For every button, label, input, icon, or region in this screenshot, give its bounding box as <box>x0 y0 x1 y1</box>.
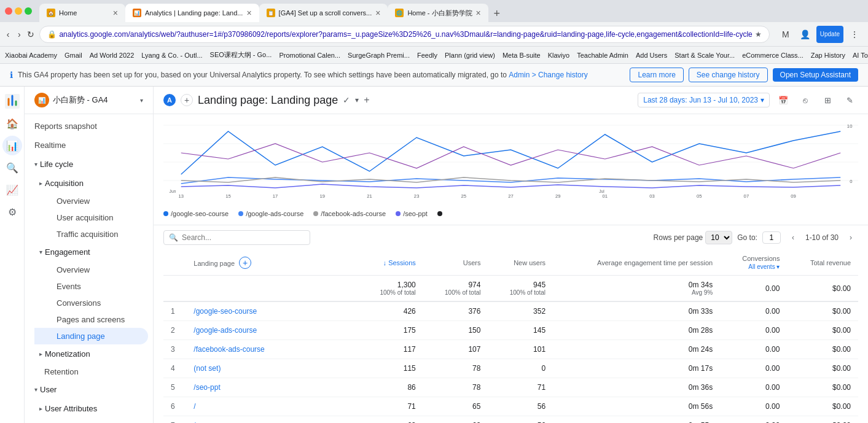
add-column-button[interactable]: + <box>239 257 251 269</box>
calendar-view-button[interactable]: 📅 <box>775 91 792 109</box>
bookmark-ecommerce[interactable]: eCommerce Class... <box>742 52 803 59</box>
row-page[interactable]: /google-ads-course <box>186 321 358 340</box>
tab-home[interactable]: 🏠 Home × <box>39 4 125 22</box>
bookmark-lyang[interactable]: Lyang & Co. - Outl... <box>141 52 202 59</box>
legend-item-ppt[interactable]: /seo-ppt <box>396 210 428 217</box>
reports-icon[interactable]: 📊 <box>2 136 22 155</box>
col-landing-page[interactable]: Landing page + <box>186 250 358 276</box>
back-button[interactable]: ‹ <box>5 26 11 43</box>
nav-acquisition-header[interactable]: ▸ Acquisition <box>34 174 153 193</box>
extensions-button[interactable]: M <box>777 26 794 43</box>
row-page[interactable]: /facebook-ads-course <box>186 340 358 359</box>
bookmark-ai[interactable]: AI Tools <box>853 52 868 59</box>
prev-page-button[interactable]: ‹ <box>786 230 800 245</box>
legend-item-ads[interactable]: /google-ads-course <box>238 210 303 217</box>
bookmark-teachable[interactable]: Teachable Admin <box>577 52 628 59</box>
bookmark-gmail[interactable]: Gmail <box>65 52 82 59</box>
rows-per-page-select[interactable]: 10 25 50 <box>705 231 732 244</box>
row-page[interactable]: /google-seo-course <box>186 301 358 321</box>
bookmark-zap[interactable]: Zap History <box>811 52 845 59</box>
tab-ga4-close[interactable]: × <box>375 8 380 18</box>
bookmark-klaviyo[interactable]: Klaviyo <box>548 52 569 59</box>
learn-more-button[interactable]: Learn more <box>630 68 683 82</box>
see-change-history-button[interactable]: See change history <box>689 68 768 82</box>
home-icon[interactable]: 🏠 <box>2 114 22 133</box>
tab-analytics[interactable]: 📊 Analytics | Landing page: Land... × <box>125 4 259 22</box>
nav-overview-engagement[interactable]: Overview <box>34 262 148 278</box>
title-settings-icon[interactable]: ✓ <box>343 95 350 105</box>
more-button[interactable]: ⋮ <box>846 26 863 43</box>
add-segment-button[interactable]: + <box>181 94 193 106</box>
bookmark-startscale[interactable]: Start & Scale Your... <box>674 52 735 59</box>
col-users[interactable]: Users <box>423 250 488 276</box>
tab-home-close[interactable]: × <box>113 8 118 18</box>
add-chart-icon[interactable]: + <box>364 95 369 106</box>
nav-monetization-header[interactable]: ▸ Monetization <box>34 344 153 363</box>
reload-button[interactable]: ↻ <box>27 26 34 43</box>
bookmark-adworld[interactable]: Ad World 2022 <box>90 52 135 59</box>
configure-icon[interactable]: ⚙ <box>2 202 22 222</box>
bookmark-xiaobai[interactable]: Xiaobai Academy <box>5 52 57 59</box>
nav-pages-screens[interactable]: Pages and screens <box>34 311 148 328</box>
col-sessions[interactable]: ↓ Sessions <box>358 250 423 276</box>
goto-input[interactable] <box>762 231 781 244</box>
bookmark-addusers[interactable]: Add Users <box>636 52 667 59</box>
forward-button[interactable]: › <box>16 26 22 43</box>
title-dropdown-icon[interactable]: ▾ <box>355 96 359 104</box>
maximize-window-btn[interactable] <box>25 7 32 15</box>
advertising-icon[interactable]: 📈 <box>2 180 22 200</box>
bookmark-promo[interactable]: Promotional Calen... <box>279 52 340 59</box>
col-total-revenue[interactable]: Total revenue <box>787 250 858 276</box>
bookmark-surgegraph[interactable]: SurgeGraph Premi... <box>348 52 410 59</box>
nav-realtime[interactable]: Realtime <box>25 136 148 155</box>
change-history-link[interactable]: Admin > Change history <box>509 71 587 79</box>
bookmark-seo[interactable]: SEO课程大纲 - Go... <box>210 50 272 60</box>
property-dropdown[interactable]: 📊 小白新势 - GA4 ▾ <box>29 90 148 110</box>
share-button[interactable]: ⎋ <box>797 91 814 109</box>
conversions-events-selector[interactable]: All events ▾ <box>748 263 780 270</box>
nav-events[interactable]: Events <box>34 278 148 295</box>
nav-reports-snapshot[interactable]: Reports snapshot <box>25 117 148 136</box>
nav-user-attributes-header[interactable]: ▸ User Attributes <box>34 399 153 418</box>
tab-xiaobai-close[interactable]: × <box>476 8 481 18</box>
bookmark-plann[interactable]: Plann (grid view) <box>445 52 495 59</box>
bookmark-feedly[interactable]: Feedly <box>417 52 437 59</box>
legend-item-more[interactable] <box>437 210 445 217</box>
nav-overview-acquisition[interactable]: Overview <box>34 193 148 209</box>
account-button[interactable]: 👤 <box>797 26 814 43</box>
nav-user-header[interactable]: ▾ User <box>25 380 153 399</box>
new-tab-button[interactable]: + <box>488 5 506 22</box>
legend-item-seo[interactable]: /google-seo-course <box>163 210 229 217</box>
next-page-button[interactable]: › <box>843 230 858 245</box>
row-page[interactable]: /seo-ppt <box>186 378 358 397</box>
col-new-users[interactable]: New users <box>488 250 553 276</box>
nav-tech-header[interactable]: ▸ Tech <box>34 418 153 423</box>
minimize-window-btn[interactable] <box>15 7 22 15</box>
menu-button[interactable]: Update <box>816 26 843 43</box>
nav-engagement-header[interactable]: ▾ Engagement <box>34 243 153 262</box>
nav-traffic-acquisition[interactable]: Traffic acquisition <box>34 226 148 243</box>
open-setup-assistant-button[interactable]: Open Setup Assistant <box>773 68 858 82</box>
col-conversions[interactable]: Conversions All events ▾ <box>720 250 787 276</box>
tab-xiaobai[interactable]: 🌐 Home - 小白新势学院 × <box>388 4 488 22</box>
nav-lifecycle-header[interactable]: ▾ Life cycle <box>25 155 153 174</box>
tab-ga4[interactable]: 📋 [GA4] Set up a scroll convers... × <box>259 4 388 22</box>
close-window-btn[interactable] <box>5 7 12 15</box>
url-bar[interactable]: 🔒 analytics.google.com/analytics/web/?au… <box>39 26 769 43</box>
row-page[interactable]: (not set) <box>186 359 358 378</box>
nav-user-acquisition[interactable]: User acquisition <box>34 209 148 226</box>
compare-button[interactable]: ⊞ <box>819 91 836 109</box>
legend-item-fb[interactable]: /facebook-ads-course <box>313 210 386 217</box>
nav-landing-page[interactable]: Landing page <box>34 328 148 344</box>
nav-retention[interactable]: Retention <box>25 363 148 380</box>
search-box[interactable]: 🔍 <box>163 230 310 245</box>
col-avg-engagement[interactable]: Average engagement time per session <box>553 250 720 276</box>
nav-conversions[interactable]: Conversions <box>34 295 148 311</box>
search-input[interactable] <box>182 233 305 242</box>
tab-analytics-close[interactable]: × <box>246 8 251 18</box>
date-range-selector[interactable]: Last 28 days: Jun 13 - Jul 10, 2023 ▾ <box>638 93 770 107</box>
bookmark-meta[interactable]: Meta B-suite <box>502 52 541 59</box>
row-page[interactable]: / <box>186 397 358 416</box>
row-page[interactable]: / <box>186 416 358 424</box>
explore-icon[interactable]: 🔍 <box>2 158 22 177</box>
